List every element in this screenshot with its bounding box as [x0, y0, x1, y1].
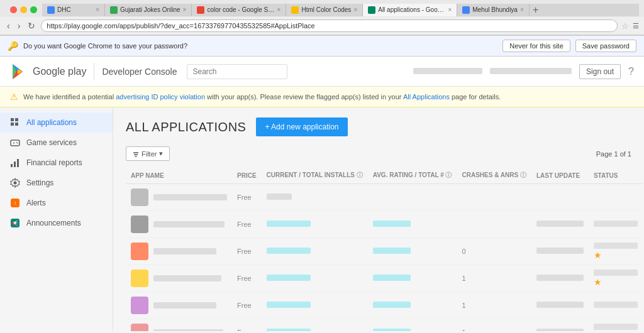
app-update-cell: [531, 319, 589, 332]
minimize-button[interactable]: [20, 6, 27, 13]
add-new-application-button[interactable]: + Add new application: [256, 117, 347, 136]
policy-violation-link[interactable]: advertising ID policy violation: [116, 93, 205, 101]
maximize-button[interactable]: [30, 6, 37, 13]
sidebar-item-alerts[interactable]: ! Alerts: [0, 193, 113, 213]
app-installs-cell: [262, 265, 368, 292]
close-button[interactable]: [10, 6, 17, 13]
tab-gplay[interactable]: All applications - Google… ×: [363, 4, 457, 16]
app-name-blurred: [153, 194, 227, 200]
app-rating-cell: [368, 211, 457, 238]
apps-icon: [10, 117, 20, 128]
app-update-cell: [531, 184, 589, 211]
status-badge: [594, 302, 638, 308]
app-update-cell: [531, 292, 589, 319]
dev-console-label: Developer Console: [102, 67, 177, 77]
table-row[interactable]: Free0★: [126, 238, 643, 265]
app-installs-cell: [262, 238, 368, 265]
tab-mehul[interactable]: Mehul Bhundiya ×: [457, 4, 530, 16]
crashes-info-icon[interactable]: ⓘ: [520, 172, 526, 178]
app-row-name: [131, 270, 227, 287]
sidebar-announcements-label: Announcements: [26, 219, 81, 227]
app-installs-cell: [262, 211, 368, 238]
app-icon: [131, 270, 148, 287]
app-last-update: [536, 275, 584, 281]
help-icon[interactable]: ?: [628, 66, 634, 77]
new-tab-button[interactable]: +: [530, 4, 542, 16]
app-installs: [267, 302, 311, 308]
app-crashes-cell: [457, 211, 531, 238]
app-price-cell: Free: [232, 292, 262, 319]
svg-rect-9: [11, 164, 13, 167]
app-row-name: [131, 216, 227, 233]
sidebar-item-announcements[interactable]: 📢 Announcements: [0, 213, 113, 233]
status-badge: [594, 324, 638, 330]
tab-close-icon[interactable]: ×: [520, 6, 524, 13]
sidebar-item-settings[interactable]: Settings: [0, 173, 113, 193]
app-price: Free: [237, 248, 252, 255]
app-name-blurred: [153, 329, 223, 331]
url-input[interactable]: [41, 19, 618, 32]
sidebar-item-all-apps[interactable]: All applications: [0, 112, 113, 133]
tab-dhc[interactable]: DHC ×: [42, 4, 105, 16]
sign-out-button[interactable]: Sign out: [579, 64, 621, 79]
installs-info-icon[interactable]: ⓘ: [357, 172, 363, 178]
gp-search-input[interactable]: [187, 64, 287, 79]
app-name-blurred: [153, 221, 225, 227]
gp-account-email-blurred: [490, 68, 572, 75]
table-header-row: APP NAME PRICE CURRENT / TOTAL INSTALLS …: [126, 167, 643, 184]
warning-bar: ⚠ We have identified a potential adverti…: [0, 87, 644, 107]
gp-logo[interactable]: Google play: [10, 63, 86, 80]
tab-close-icon[interactable]: ×: [183, 6, 187, 13]
table-row[interactable]: Free: [126, 211, 643, 238]
table-row[interactable]: Free1: [126, 292, 643, 319]
tab-close-icon[interactable]: ×: [448, 6, 452, 13]
app-icon: [131, 216, 148, 233]
tab-close-icon[interactable]: ×: [277, 6, 281, 13]
table-row[interactable]: Free1★: [126, 319, 643, 332]
app-rating: [373, 329, 411, 331]
traffic-lights: [5, 3, 42, 17]
address-bar: ‹ › ↻ ☆ ☰: [0, 17, 644, 35]
app-installs-cell: [262, 292, 368, 319]
app-rating: [373, 275, 411, 281]
browser-chrome: DHC × Gujarati Jokes Online × color code…: [0, 0, 644, 36]
tab-close-icon[interactable]: ×: [353, 6, 357, 13]
rating-info-icon[interactable]: ⓘ: [445, 172, 452, 178]
tab-color[interactable]: color code - Google Sea… ×: [192, 4, 286, 16]
tab-favicon: [110, 6, 118, 14]
table-row[interactable]: Free: [126, 184, 643, 211]
bookmark-icon[interactable]: ☆: [621, 21, 629, 31]
tab-favicon: [291, 6, 299, 14]
google-play-logo-icon: [10, 63, 28, 80]
svg-rect-0: [11, 118, 14, 121]
refresh-button[interactable]: ↻: [26, 21, 37, 31]
never-for-site-button[interactable]: Never for this site: [502, 40, 570, 52]
warning-text: We have identified a potential advertisi…: [23, 93, 501, 101]
all-applications-link[interactable]: All Applications: [403, 93, 450, 101]
sidebar-item-game-services[interactable]: Game services: [0, 133, 113, 153]
col-status: STATUS: [589, 167, 643, 184]
tab-label: All applications - Google…: [378, 6, 445, 13]
app-installs: [267, 221, 311, 227]
forward-button[interactable]: ›: [16, 21, 23, 31]
table-row[interactable]: Free1★: [126, 265, 643, 292]
filter-button[interactable]: Filter ▾: [126, 146, 170, 161]
app-status-cell: ★: [589, 265, 643, 292]
app-update-cell: [531, 238, 589, 265]
settings-icon: [10, 178, 20, 188]
sidebar: All applications Game services Financial…: [0, 107, 113, 331]
tab-html[interactable]: Html Color Codes ×: [286, 4, 363, 16]
menu-icon[interactable]: ☰: [633, 22, 639, 30]
app-crashes-cell: 1: [457, 319, 531, 332]
svg-rect-11: [17, 159, 19, 167]
gp-header-right: Sign out ?: [413, 64, 634, 79]
sidebar-item-financial-reports[interactable]: Financial reports: [0, 153, 113, 173]
save-password-button[interactable]: Save password: [575, 40, 636, 52]
app-rating: [373, 248, 411, 254]
tab-jokes[interactable]: Gujarati Jokes Online ×: [105, 4, 192, 16]
tab-close-icon[interactable]: ×: [96, 6, 99, 13]
col-installs: CURRENT / TOTAL INSTALLS ⓘ: [262, 167, 368, 184]
back-button[interactable]: ‹: [5, 21, 12, 31]
app-crashes-cell: 0: [457, 238, 531, 265]
app-name-cell: [126, 238, 232, 265]
